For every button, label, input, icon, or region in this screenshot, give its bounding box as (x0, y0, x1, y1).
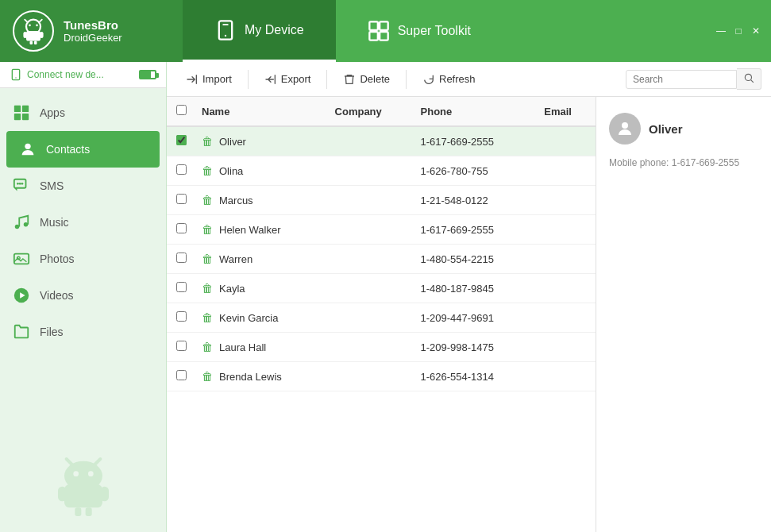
row-checkbox[interactable] (176, 223, 187, 233)
row-delete-icon[interactable]: 🗑 (202, 370, 213, 383)
svg-line-37 (66, 459, 72, 465)
row-name-value: Olina (219, 165, 243, 177)
row-company (329, 362, 414, 391)
row-checkbox[interactable] (176, 194, 187, 204)
svg-rect-15 (369, 32, 378, 40)
row-email (538, 245, 596, 274)
table-row[interactable]: 🗑 Brenda Lewis 1-626-554-1314 (167, 362, 596, 391)
svg-point-23 (25, 144, 30, 149)
sidebar-item-videos[interactable]: Videos (0, 277, 166, 314)
search-icon (743, 72, 754, 83)
sms-icon (13, 177, 30, 195)
minimize-button[interactable]: — (715, 25, 727, 37)
row-phone: 1-480-187-9845 (414, 274, 538, 303)
row-checkbox[interactable] (176, 253, 187, 263)
android-bg-icon (52, 453, 115, 516)
main-layout: Connect new de... Apps Contacts SMS Musi… (0, 62, 771, 532)
header: TunesBro DroidGeeker My Device Super Too… (0, 0, 771, 62)
table-header: Name Company Phone Email (167, 97, 596, 126)
import-button[interactable]: Import (176, 69, 241, 90)
sep1 (248, 70, 249, 89)
android-icon (19, 17, 48, 45)
connect-device-text: Connect new de... (10, 68, 104, 81)
search-input[interactable] (626, 70, 737, 89)
row-name: 🗑 Kevin Garcia (195, 303, 329, 333)
row-delete-icon[interactable]: 🗑 (202, 253, 213, 265)
row-checkbox[interactable] (176, 311, 187, 322)
row-checkbox[interactable] (176, 164, 187, 175)
table-row[interactable]: 🗑 Olina 1-626-780-755 (167, 156, 596, 186)
files-icon (13, 323, 30, 341)
detail-avatar-area: Oliver (609, 113, 758, 145)
nav-super-toolkit-label: Super Toolkit (398, 24, 471, 38)
col-email: Email (538, 97, 596, 126)
sidebar-item-music[interactable]: Music (0, 204, 166, 241)
select-all-checkbox[interactable] (176, 105, 187, 115)
table-row[interactable]: 🗑 Marcus 1-21-548-0122 (167, 186, 596, 215)
sidebar-items: Apps Contacts SMS Music Photos Videos (0, 88, 166, 437)
svg-line-4 (39, 20, 42, 23)
export-button[interactable]: Export (255, 69, 321, 90)
table-row[interactable]: 🗑 Warren 1-480-554-2215 (167, 245, 596, 274)
row-email (538, 303, 596, 333)
row-name-value: Helen Walker (219, 224, 281, 236)
nav-my-device[interactable]: My Device (183, 0, 336, 62)
row-delete-icon[interactable]: 🗑 (202, 223, 213, 236)
search-button[interactable] (737, 68, 761, 90)
table-row[interactable]: 🗑 Kayla 1-480-187-9845 (167, 274, 596, 303)
row-checkbox[interactable] (176, 135, 187, 145)
table-row[interactable]: 🗑 Kevin Garcia 1-209-447-9691 (167, 303, 596, 333)
sidebar-item-apps[interactable]: Apps (0, 94, 166, 131)
row-email (538, 215, 596, 245)
row-checkbox-cell (167, 274, 195, 303)
row-email (538, 362, 596, 391)
battery-icon (139, 70, 156, 79)
svg-rect-13 (369, 21, 378, 29)
row-checkbox[interactable] (176, 370, 187, 380)
sep3 (406, 70, 407, 89)
row-email (538, 186, 596, 215)
connect-label: Connect new de... (27, 69, 104, 80)
refresh-button[interactable]: Refresh (413, 69, 485, 90)
row-checkbox-cell (167, 333, 195, 362)
connect-bar: Connect new de... (0, 62, 166, 88)
row-name: 🗑 Brenda Lewis (195, 362, 329, 391)
row-delete-icon[interactable]: 🗑 (202, 194, 213, 206)
sidebar-item-sms[interactable]: SMS (0, 168, 166, 204)
row-checkbox[interactable] (176, 282, 187, 292)
svg-point-2 (36, 24, 38, 26)
row-delete-icon[interactable]: 🗑 (202, 164, 213, 177)
sidebar-item-files[interactable]: Files (0, 314, 166, 350)
svg-rect-43 (85, 507, 91, 516)
row-email (538, 274, 596, 303)
svg-point-35 (73, 471, 79, 476)
table-row[interactable]: 🗑 Helen Walker 1-617-669-2555 (167, 215, 596, 245)
sidebar-item-contacts[interactable]: Contacts (6, 131, 160, 168)
nav-super-toolkit[interactable]: Super Toolkit (336, 0, 503, 62)
close-button[interactable]: ✕ (750, 25, 761, 37)
row-name-value: Kayla (219, 283, 245, 295)
maximize-button[interactable]: □ (733, 25, 744, 37)
nav-my-device-label: My Device (245, 23, 304, 37)
row-delete-icon[interactable]: 🗑 (202, 341, 213, 353)
row-delete-icon[interactable]: 🗑 (202, 282, 213, 295)
avatar (609, 113, 641, 145)
svg-rect-39 (64, 484, 102, 507)
delete-button[interactable]: Delete (333, 69, 399, 90)
row-checkbox[interactable] (176, 341, 187, 351)
svg-rect-21 (14, 114, 21, 120)
sidebar-item-photos[interactable]: Photos (0, 241, 166, 277)
detail-contact-name: Oliver (649, 122, 683, 136)
svg-rect-16 (380, 32, 388, 40)
col-name: Name (195, 97, 329, 126)
svg-rect-5 (26, 31, 40, 41)
table-row[interactable]: 🗑 Laura Hall 1-209-998-1475 (167, 333, 596, 362)
svg-rect-14 (380, 21, 388, 29)
row-name-value: Marcus (219, 195, 253, 206)
videos-icon (13, 287, 30, 304)
table-row[interactable]: 🗑 Oliver 1-617-669-2555 (167, 126, 596, 156)
row-delete-icon[interactable]: 🗑 (202, 311, 213, 324)
detail-mobile-value: 1-617-669-2555 (672, 157, 739, 168)
row-delete-icon[interactable]: 🗑 (202, 135, 213, 148)
export-icon (264, 73, 277, 86)
